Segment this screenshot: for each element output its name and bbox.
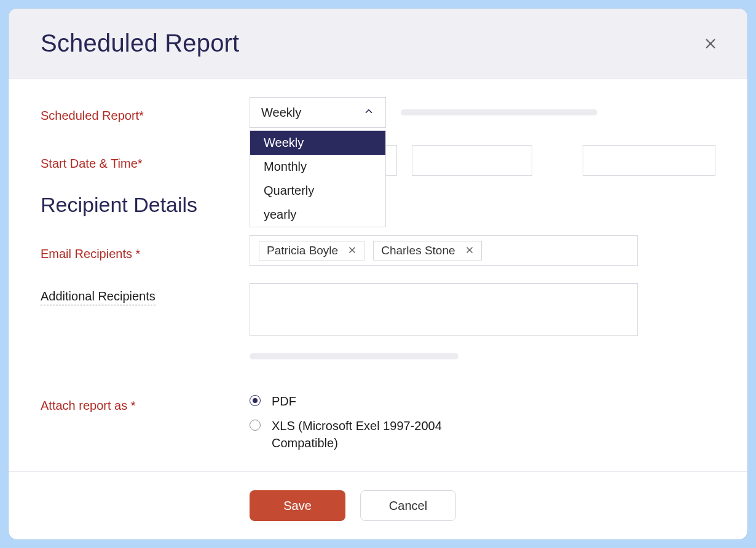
row-placeholder	[41, 353, 715, 384]
recipient-name: Charles Stone	[381, 244, 455, 257]
close-icon[interactable]	[701, 34, 720, 53]
dropdown-option-monthly[interactable]: Monthly	[250, 155, 385, 179]
dropdown-option-yearly[interactable]: yearly	[250, 203, 385, 227]
scheduled-report-modal: Scheduled Report Scheduled Report* Weekl…	[9, 9, 747, 539]
scheduled-report-label: Scheduled Report*	[41, 109, 144, 122]
row-additional-recipients: Additional Recipients	[41, 283, 715, 336]
start-datetime-label: Start Date & Time*	[41, 157, 143, 170]
timezone-input[interactable]	[583, 145, 715, 176]
email-recipients-label: Email Recipients *	[41, 247, 140, 260]
start-time-input[interactable]	[412, 145, 532, 176]
radio-icon	[250, 395, 261, 406]
radio-label-pdf: PDF	[272, 393, 296, 410]
cancel-button[interactable]: Cancel	[360, 490, 456, 521]
email-recipients-input[interactable]: Patricia Boyle Charles Stone	[250, 235, 638, 266]
radio-label-xls: XLS (Microsoft Exel 1997-2004 Compatible…	[272, 417, 493, 452]
scheduled-report-select-wrap: Weekly Weekly Monthly Quarterly yearly	[250, 97, 386, 128]
placeholder-bar	[250, 353, 459, 359]
modal-title: Scheduled Report	[41, 29, 239, 57]
dropdown-option-quarterly[interactable]: Quarterly	[250, 179, 385, 203]
recipient-tag: Patricia Boyle	[259, 241, 364, 260]
dropdown-option-weekly[interactable]: Weekly	[250, 131, 385, 155]
radio-option-xls[interactable]: XLS (Microsoft Exel 1997-2004 Compatible…	[250, 417, 493, 452]
recipient-name: Patricia Boyle	[267, 244, 338, 257]
radio-icon	[250, 420, 261, 431]
row-attach-report: Attach report as * PDF XLS (Microsoft Ex…	[41, 393, 715, 452]
additional-recipients-input[interactable]	[250, 283, 638, 336]
radio-option-pdf[interactable]: PDF	[250, 393, 493, 410]
save-button[interactable]: Save	[250, 490, 345, 521]
scheduled-report-dropdown: Weekly Monthly Quarterly yearly	[250, 130, 386, 227]
modal-footer: Save Cancel	[9, 471, 747, 539]
row-email-recipients: Email Recipients * Patricia Boyle Charle…	[41, 235, 715, 266]
attach-format-radio-group: PDF XLS (Microsoft Exel 1997-2004 Compat…	[250, 393, 493, 452]
scheduled-report-select[interactable]: Weekly	[250, 97, 386, 128]
modal-header: Scheduled Report	[9, 9, 747, 79]
modal-body: Scheduled Report* Weekly Weekly Mon	[9, 79, 747, 471]
remove-recipient-icon[interactable]	[465, 244, 474, 257]
row-scheduled-report: Scheduled Report* Weekly Weekly Mon	[41, 97, 715, 128]
remove-recipient-icon[interactable]	[348, 244, 356, 257]
placeholder-bar	[401, 109, 597, 115]
scheduled-report-value: Weekly	[261, 106, 301, 120]
additional-recipients-label: Additional Recipients	[41, 289, 156, 305]
chevron-up-icon	[363, 106, 374, 120]
recipient-tag: Charles Stone	[373, 241, 481, 260]
attach-report-label: Attach report as *	[41, 399, 136, 412]
